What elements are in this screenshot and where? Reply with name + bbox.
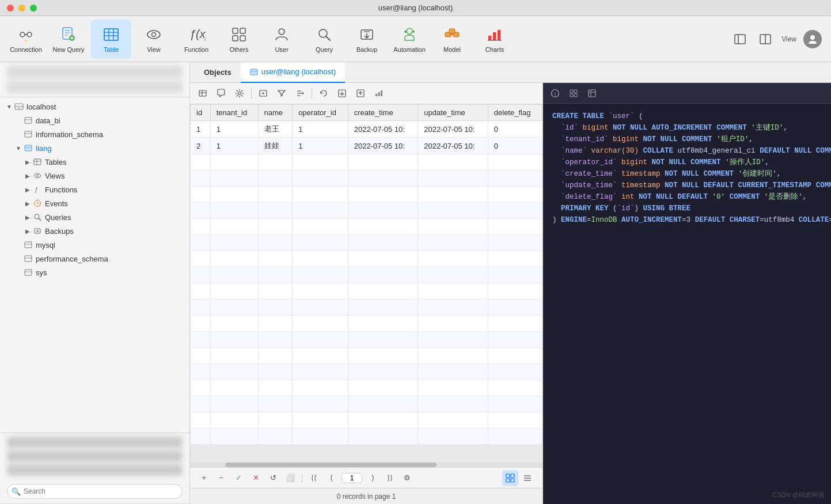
filter-button[interactable] bbox=[274, 85, 290, 101]
stop-button[interactable]: ⬜ bbox=[283, 471, 297, 485]
svg-rect-67 bbox=[25, 242, 32, 248]
close-button[interactable] bbox=[7, 5, 14, 12]
sidebar-item-queries[interactable]: ▶ Queries bbox=[0, 210, 189, 224]
col-tenant-id[interactable]: tenant_id bbox=[210, 105, 258, 121]
list-view-button[interactable] bbox=[519, 470, 536, 486]
col-operator-id[interactable]: operator_id bbox=[293, 105, 348, 121]
prev-page-button[interactable]: ⟨ bbox=[324, 471, 338, 485]
svg-rect-73 bbox=[251, 69, 257, 75]
toolbar-user[interactable]: User bbox=[261, 20, 302, 59]
last-page-button[interactable]: ⟩⟩ bbox=[383, 471, 397, 485]
status-text: 0 records in page 1 bbox=[337, 492, 396, 501]
toolbar-query[interactable]: Query bbox=[304, 20, 344, 59]
grid-view-button[interactable] bbox=[502, 470, 518, 486]
sidebar-item-performance-schema[interactable]: performance_schema bbox=[0, 252, 189, 266]
minimize-button[interactable] bbox=[18, 5, 25, 12]
page-input[interactable] bbox=[341, 473, 362, 483]
sidebar-item-tables[interactable]: ▶ Tables bbox=[0, 155, 189, 169]
delete-record-button[interactable]: − bbox=[214, 471, 228, 485]
col-create-time[interactable]: create_time bbox=[348, 105, 418, 121]
content-area: Objects user@liang (localhost) bbox=[190, 62, 831, 504]
blurred-connection-1[interactable] bbox=[7, 66, 183, 78]
search-input[interactable] bbox=[7, 484, 183, 499]
chevron-down-icon: ▼ bbox=[14, 143, 23, 153]
horizontal-scrollbar[interactable] bbox=[190, 463, 542, 467]
sidebar-item-views[interactable]: ▶ Views bbox=[0, 169, 189, 183]
col-update-time[interactable]: update_time bbox=[418, 105, 488, 121]
sidebar-item-localhost[interactable]: ▼ localhost bbox=[0, 100, 189, 113]
sidebar-item-functions[interactable]: ▶ ƒ Functions bbox=[0, 183, 189, 196]
localhost-label: localhost bbox=[26, 103, 185, 111]
search-icon: 🔍 bbox=[12, 487, 21, 496]
toolbar-automation[interactable]: Automation bbox=[389, 20, 430, 59]
toolbar-backup[interactable]: Backup bbox=[347, 20, 387, 59]
blurred-connection-2[interactable] bbox=[7, 81, 183, 93]
import-button[interactable] bbox=[352, 85, 369, 101]
sidebar-item-liang[interactable]: ▼ liang bbox=[0, 141, 189, 155]
sidebar-toggle-button[interactable] bbox=[731, 30, 749, 48]
schema-icon bbox=[23, 240, 33, 250]
add-record-button[interactable]: + bbox=[197, 471, 211, 485]
refresh-data-button[interactable]: ↺ bbox=[266, 471, 280, 485]
export-button[interactable] bbox=[334, 85, 350, 101]
sort-button[interactable] bbox=[292, 85, 308, 101]
add-row-button[interactable] bbox=[255, 85, 271, 101]
confirm-button[interactable]: ✓ bbox=[232, 471, 245, 485]
sidebar-search: 🔍 bbox=[0, 479, 189, 504]
page-settings-button[interactable]: ⚙ bbox=[400, 471, 414, 485]
comment-button[interactable] bbox=[213, 85, 229, 101]
refresh-button[interactable] bbox=[316, 85, 332, 101]
svg-point-17 bbox=[152, 32, 156, 36]
user-avatar[interactable] bbox=[803, 30, 822, 48]
toolbar-new-query[interactable]: New Query bbox=[48, 20, 89, 59]
table-struct-btn[interactable] bbox=[585, 86, 599, 101]
scrollbar-thumb[interactable] bbox=[225, 463, 437, 467]
model-icon bbox=[443, 25, 461, 44]
toolbar-table[interactable]: Table bbox=[91, 20, 131, 59]
col-id[interactable]: id bbox=[191, 105, 211, 121]
svg-text:ƒ(x): ƒ(x) bbox=[189, 28, 206, 40]
title-bar: user@liang (localhost) bbox=[0, 0, 831, 16]
toolbar-right: View bbox=[731, 30, 822, 48]
sidebar-item-sys[interactable]: sys bbox=[0, 266, 189, 279]
toolbar-model[interactable]: Model bbox=[432, 20, 472, 59]
sidebar-item-data-bi[interactable]: data_bi bbox=[0, 113, 189, 127]
cell-id: 1 bbox=[191, 121, 211, 138]
data-table: id tenant_id name operator_id create_tim… bbox=[190, 104, 542, 445]
objects-button[interactable]: Objects bbox=[195, 62, 241, 83]
backup-icon bbox=[358, 25, 376, 44]
sidebar-item-backups[interactable]: ▶ Backups bbox=[0, 224, 189, 238]
next-page-button[interactable]: ⟩ bbox=[366, 471, 380, 485]
info-button[interactable]: i bbox=[548, 86, 563, 101]
maximize-button[interactable] bbox=[30, 5, 37, 12]
settings-button[interactable] bbox=[232, 85, 248, 101]
svg-point-47 bbox=[18, 108, 20, 109]
table-row-empty bbox=[191, 267, 542, 283]
svg-point-29 bbox=[404, 31, 407, 33]
svg-rect-101 bbox=[570, 90, 573, 93]
toolbar-view[interactable]: View bbox=[134, 20, 174, 59]
sidebar-item-events[interactable]: ▶ Events bbox=[0, 196, 189, 210]
table-row[interactable]: 1 1 老王 1 2022-07-05 10: 2022-07-05 10: 0 bbox=[191, 121, 542, 138]
svg-rect-54 bbox=[34, 159, 41, 165]
cancel-button[interactable]: ✕ bbox=[249, 471, 263, 485]
chevron-right-icon bbox=[14, 268, 23, 277]
first-page-button[interactable]: ⟨⟨ bbox=[307, 471, 321, 485]
toolbar-others[interactable]: Others bbox=[219, 20, 259, 59]
traffic-lights bbox=[7, 5, 37, 12]
grid-btn[interactable] bbox=[566, 86, 581, 101]
chart-button[interactable] bbox=[371, 85, 387, 101]
split-view-button[interactable] bbox=[756, 30, 775, 48]
edit-rows-button[interactable] bbox=[195, 85, 211, 101]
col-name[interactable]: name bbox=[258, 105, 293, 121]
cell-id: 2 bbox=[191, 138, 211, 154]
col-delete-flag[interactable]: delete_flag bbox=[488, 105, 542, 121]
table-row[interactable]: 2 1 娃娃 1 2022-07-05 10: 2022-07-05 10: 0 bbox=[191, 138, 542, 154]
sidebar-item-information-schema[interactable]: information_schema bbox=[0, 127, 189, 141]
sidebar-item-mysql[interactable]: mysql bbox=[0, 238, 189, 252]
toolbar-function[interactable]: ƒ(x) Function bbox=[176, 20, 217, 59]
tab-user-liang[interactable]: user@liang (localhost) bbox=[241, 62, 346, 83]
watermark: CSDN @码农阿强 bbox=[773, 491, 824, 499]
toolbar-charts[interactable]: Charts bbox=[475, 20, 515, 59]
toolbar-connection[interactable]: ⚡ Connection bbox=[6, 20, 46, 59]
